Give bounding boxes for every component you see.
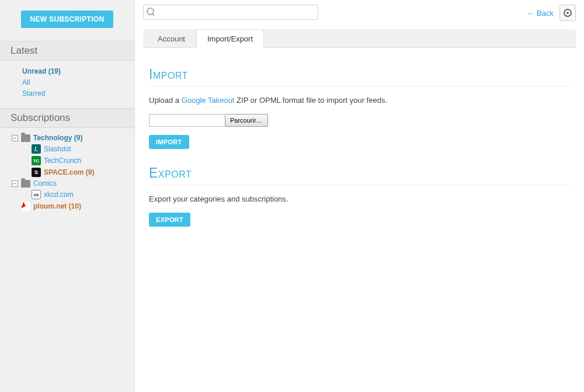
import-button[interactable]: Import <box>149 135 189 149</box>
back-link[interactable]: ← Back <box>527 9 554 18</box>
export-description: Export your categories and subscriptions… <box>149 195 570 203</box>
search-input[interactable] <box>143 5 318 20</box>
subscription-tree: − Technology (9) /. Slashdot TC TechCrun… <box>0 134 134 211</box>
import-description: Upload a Google Takeout ZIP or OPML form… <box>149 96 570 105</box>
favicon-xkcd: xk <box>32 190 41 199</box>
latest-list: Unread (19) All Starred <box>0 67 134 108</box>
main: ← Back Account Import/Export Import Uplo… <box>135 0 584 392</box>
browse-button[interactable]: Parcourir… <box>225 114 268 127</box>
feed-ploum[interactable]: ploum.net (10) <box>33 202 81 210</box>
sidebar: New Subscription Latest Unread (19) All … <box>0 0 135 392</box>
import-desc-pre: Upload a <box>149 96 182 105</box>
feed-xkcd[interactable]: xkcd.com <box>44 190 74 199</box>
feed-techcrunch[interactable]: TechCrunch <box>44 157 81 165</box>
tabs: Account Import/Export <box>143 29 576 48</box>
tab-account[interactable]: Account <box>147 29 196 48</box>
export-heading: Export <box>149 165 570 185</box>
favicon-techcrunch: TC <box>32 156 41 165</box>
gear-icon <box>563 8 572 18</box>
feed-slashdot[interactable]: Slashdot <box>44 145 71 153</box>
expand-technology[interactable]: − <box>12 135 18 141</box>
folder-icon <box>21 180 30 188</box>
subscriptions-header: Subscriptions <box>0 108 134 128</box>
import-heading: Import <box>149 67 570 86</box>
favicon-slashdot: /. <box>32 144 41 154</box>
search-wrap <box>143 5 318 20</box>
google-takeout-link[interactable]: Google Takeout <box>182 96 235 105</box>
search-icon <box>147 8 155 16</box>
new-subscription-button[interactable]: New Subscription <box>21 11 114 28</box>
import-desc-post: ZIP or OPML format file to import your f… <box>235 96 388 105</box>
latest-all[interactable]: All <box>22 78 30 86</box>
favicon-ploum <box>21 202 30 211</box>
latest-starred[interactable]: Starred <box>22 89 45 98</box>
export-button[interactable]: Export <box>149 213 190 227</box>
settings-button[interactable] <box>559 5 576 21</box>
folder-icon <box>21 134 30 142</box>
favicon-space: S <box>32 168 41 177</box>
folder-technology[interactable]: Technology (9) <box>33 134 82 142</box>
latest-unread[interactable]: Unread (19) <box>22 67 61 75</box>
file-path-input[interactable] <box>149 114 225 127</box>
feed-space[interactable]: SPACE.com (9) <box>44 168 94 176</box>
latest-header: Latest <box>0 41 134 61</box>
folder-comics[interactable]: Comics <box>33 179 57 188</box>
expand-comics[interactable]: − <box>12 181 18 187</box>
tab-import-export[interactable]: Import/Export <box>196 29 264 48</box>
